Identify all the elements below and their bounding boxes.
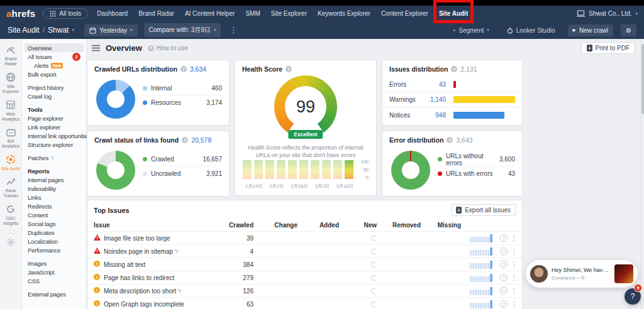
- nav-item[interactable]: SMM: [245, 10, 260, 17]
- rail-item-gsc-insights[interactable]: GSC Insights: [0, 204, 21, 226]
- sidebar-menu-item[interactable]: Redirects: [25, 202, 84, 210]
- sidebar-menu-item[interactable]: Internal link opportunities: [25, 131, 84, 140]
- sidebar-menu-item[interactable]: [25, 79, 84, 83]
- sidebar-menu-item[interactable]: Internal pages: [25, 175, 84, 184]
- hamburger-icon[interactable]: [92, 45, 100, 52]
- health-history-bar[interactable]: [311, 160, 319, 179]
- info-icon[interactable]: ?: [180, 66, 187, 72]
- health-history-bar[interactable]: [345, 160, 353, 179]
- row-help-icon[interactable]: ?: [500, 261, 508, 268]
- health-history-bar[interactable]: [333, 160, 342, 179]
- settings-button[interactable]: ⚙: [621, 24, 636, 36]
- info-icon[interactable]: ?: [451, 66, 457, 72]
- sidebar-menu-item[interactable]: Overview: [25, 43, 84, 52]
- sidebar-menu-item[interactable]: [25, 149, 84, 153]
- row-more-button[interactable]: ⋮: [508, 261, 518, 269]
- rail-item-brand-radar[interactable]: Brand Radar: [0, 45, 21, 67]
- sidebar-menu-item[interactable]: Alerts New: [25, 61, 84, 70]
- sidebar-menu-item[interactable]: Bulk export: [25, 70, 84, 79]
- sidebar-menu-item[interactable]: [25, 254, 84, 259]
- sidebar-menu-item[interactable]: Crawl log: [25, 92, 84, 100]
- card-total-link[interactable]: 20,578: [191, 136, 211, 144]
- nav-item[interactable]: Site Explorer: [271, 10, 307, 17]
- looker-studio-button[interactable]: Looker Studio: [502, 24, 560, 36]
- row-more-button[interactable]: ⋮: [508, 274, 518, 282]
- legend-row[interactable]: Resources 3,174: [143, 95, 222, 109]
- sidebar-menu-item[interactable]: Link explorer: [25, 122, 84, 131]
- segment-button[interactable]: ◔ Segment ▾: [447, 24, 494, 36]
- sidebar-menu-item[interactable]: Tools: [25, 105, 84, 114]
- sidebar-menu-item[interactable]: Reports: [25, 166, 84, 175]
- info-icon[interactable]: ?: [447, 137, 453, 143]
- sidebar-menu-item[interactable]: Structure explorer: [25, 140, 84, 149]
- rail-settings[interactable]: [0, 237, 21, 247]
- issues-distribution-row[interactable]: Errors 43: [382, 77, 522, 92]
- column-header-added[interactable]: Added: [297, 222, 339, 229]
- table-row[interactable]: Missing alt text 384 ? ⋮: [87, 258, 522, 271]
- row-help-icon[interactable]: ?: [500, 274, 508, 281]
- scrollbar-thumb[interactable]: [641, 44, 644, 114]
- sidebar-menu-item[interactable]: Images: [25, 259, 84, 268]
- row-help-icon[interactable]: ?: [500, 247, 508, 255]
- legend-row[interactable]: Internal 460: [143, 82, 222, 95]
- column-header-crawled[interactable]: Crawled: [209, 222, 253, 229]
- row-more-button[interactable]: ⋮: [508, 247, 518, 256]
- rail-item-site-audit[interactable]: Site Audit: [0, 154, 21, 171]
- column-header-issue[interactable]: Issue: [94, 222, 209, 229]
- legend-row[interactable]: Uncrawled 3,921: [143, 166, 222, 180]
- ahrefs-logo[interactable]: ahrefs: [6, 8, 35, 19]
- sidebar-menu-item[interactable]: Patches ϟ: [25, 153, 84, 162]
- legend-row[interactable]: URLs without errors 3,600: [438, 153, 515, 166]
- sidebar-menu-item[interactable]: Duplicates: [25, 228, 84, 237]
- row-more-button[interactable]: ⋮: [508, 300, 518, 308]
- sidebar-menu-item[interactable]: External pages: [25, 290, 84, 298]
- sidebar-menu-item[interactable]: Page explorer: [25, 114, 84, 122]
- row-help-icon[interactable]: ?: [500, 300, 508, 308]
- date-picker-button[interactable]: Yesterday ▾: [84, 24, 138, 36]
- health-history-bar[interactable]: [322, 160, 331, 179]
- new-crawl-button[interactable]: ▶ New crawl: [568, 24, 614, 36]
- sidebar-menu-item[interactable]: Links: [25, 193, 84, 202]
- sidebar-menu-item[interactable]: [25, 285, 84, 290]
- health-history-bar[interactable]: [265, 160, 274, 179]
- sidebar-menu-item[interactable]: Localization: [25, 237, 84, 246]
- rail-item-web-analytics[interactable]: Web Analytics: [0, 100, 21, 122]
- nav-item[interactable]: Brand Radar: [138, 10, 174, 17]
- table-row[interactable]: Open Graph tags incomplete 63 ? ⋮: [87, 297, 522, 309]
- column-header-change[interactable]: Change: [253, 222, 297, 229]
- table-row[interactable]: Noindex page in sitemapϟ 4 ? ⋮: [87, 244, 522, 258]
- nav-item[interactable]: Dashboard: [97, 10, 128, 17]
- sidebar-menu-item[interactable]: Indexability: [25, 184, 84, 193]
- card-total-link[interactable]: 3,634: [190, 65, 206, 73]
- table-row[interactable]: Meta description too shortϟ 126 ? ⋮: [87, 284, 522, 297]
- sidebar-menu-item[interactable]: CSS: [25, 276, 84, 285]
- rail-item-rank-tracker[interactable]: Rank Tracker: [0, 177, 21, 198]
- nav-item[interactable]: Site Audit: [439, 10, 468, 17]
- nav-item[interactable]: Content Explorer: [381, 10, 428, 17]
- how-to-use-link[interactable]: ?How to use: [148, 45, 188, 52]
- info-icon[interactable]: ?: [182, 137, 188, 143]
- all-tools-button[interactable]: All tools: [43, 8, 88, 19]
- toolbar-more-button[interactable]: ⋮: [227, 26, 240, 35]
- sidebar-menu-item[interactable]: Performance: [25, 246, 84, 254]
- issues-distribution-row[interactable]: Warnings 1,140: [382, 92, 522, 107]
- health-history-bar[interactable]: [288, 160, 297, 179]
- sidebar-menu-item[interactable]: All Issues 2: [25, 52, 84, 61]
- table-row[interactable]: Page has links to redirect 279 ? ⋮: [87, 271, 522, 284]
- compare-with-button[interactable]: Compare with: 3月9日 ▾: [144, 23, 221, 37]
- row-help-icon[interactable]: ?: [500, 287, 508, 295]
- column-header-new[interactable]: New: [339, 222, 377, 229]
- info-icon[interactable]: ?: [286, 66, 292, 72]
- row-help-icon[interactable]: ?: [500, 234, 508, 242]
- export-all-issues-button[interactable]: Export all issues: [451, 204, 516, 216]
- account-switcher[interactable]: Shwat Co., Ltd. ▾: [577, 10, 638, 17]
- print-to-pdf-button[interactable]: Print to PDF: [581, 42, 635, 54]
- sidebar-menu-item[interactable]: JavaScript: [25, 268, 84, 276]
- sidebar-menu-item[interactable]: Content: [25, 210, 84, 219]
- column-header-removed[interactable]: Removed: [377, 222, 421, 229]
- sidebar-menu-item[interactable]: [25, 162, 84, 166]
- column-header-missing[interactable]: Missing: [421, 222, 461, 229]
- sidebar-menu-item[interactable]: Social tags: [25, 219, 84, 228]
- health-history-bar[interactable]: [277, 160, 286, 179]
- health-history-bar[interactable]: [243, 160, 252, 179]
